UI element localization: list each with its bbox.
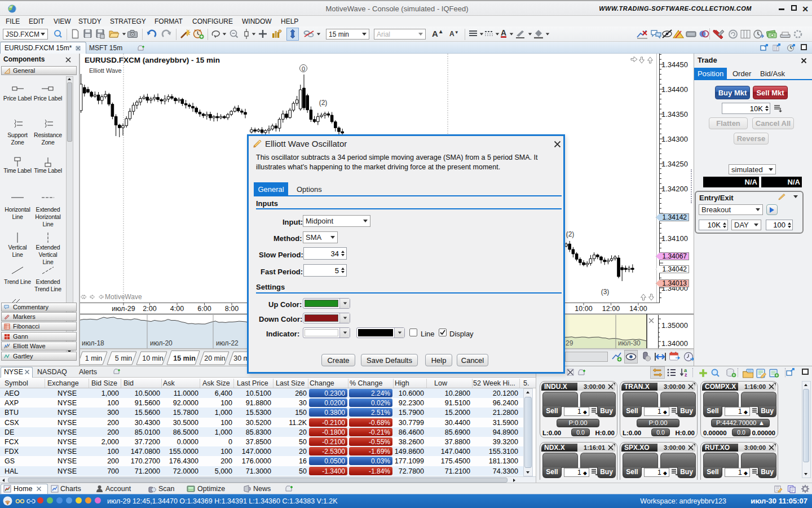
svg-text:z: z (685, 372, 687, 378)
svg-text:EURUSD.FXCM (andreybbrv) - 15: EURUSD.FXCM (andreybbrv) - 15 min (85, 56, 220, 64)
svg-text:14:00: 14:00 (629, 305, 647, 313)
svg-text:10:00: 10:00 (575, 305, 592, 313)
svg-text:5 min: 5 min (115, 354, 133, 362)
svg-text:8:00: 8:00 (225, 305, 239, 313)
svg-text:1.34000: 1.34000 (661, 339, 688, 348)
svg-text:1.34250: 1.34250 (661, 160, 688, 168)
svg-text:0: 0 (302, 65, 305, 72)
svg-text:12:00: 12:00 (602, 305, 620, 313)
svg-text:(2): (2) (566, 230, 575, 238)
svg-text:1 min: 1 min (85, 354, 103, 362)
svg-text:1.34350: 1.34350 (661, 110, 688, 119)
svg-text:4:00: 4:00 (170, 305, 184, 313)
svg-text:20 min: 20 min (204, 354, 226, 362)
svg-text:15 min: 15 min (173, 354, 196, 362)
svg-text:1.34400: 1.34400 (661, 85, 688, 94)
svg-text:(3): (3) (601, 288, 610, 296)
svg-text:2:00: 2:00 (143, 305, 156, 313)
svg-text:июл-29: июл-29 (112, 305, 135, 313)
svg-text:6:00: 6:00 (197, 305, 211, 313)
svg-text:1.34300: 1.34300 (661, 135, 688, 143)
svg-text:1.34450: 1.34450 (661, 60, 688, 69)
svg-text:июл-20: июл-20 (150, 339, 173, 347)
svg-text:июл-22: июл-22 (216, 339, 239, 347)
svg-text:Elliott Wave: Elliott Wave (89, 67, 122, 74)
svg-text:1.34200: 1.34200 (661, 185, 688, 193)
svg-text:29: 29 (566, 339, 573, 347)
svg-text:1.34100: 1.34100 (661, 234, 688, 243)
svg-text:июл-30: июл-30 (618, 339, 641, 347)
svg-text:MotiveWave: MotiveWave (105, 293, 142, 301)
svg-text:июл-18: июл-18 (82, 339, 104, 347)
svg-text:10 min: 10 min (142, 354, 164, 362)
svg-text:(2): (2) (319, 99, 328, 107)
svg-text:1.35000: 1.35000 (661, 321, 688, 330)
